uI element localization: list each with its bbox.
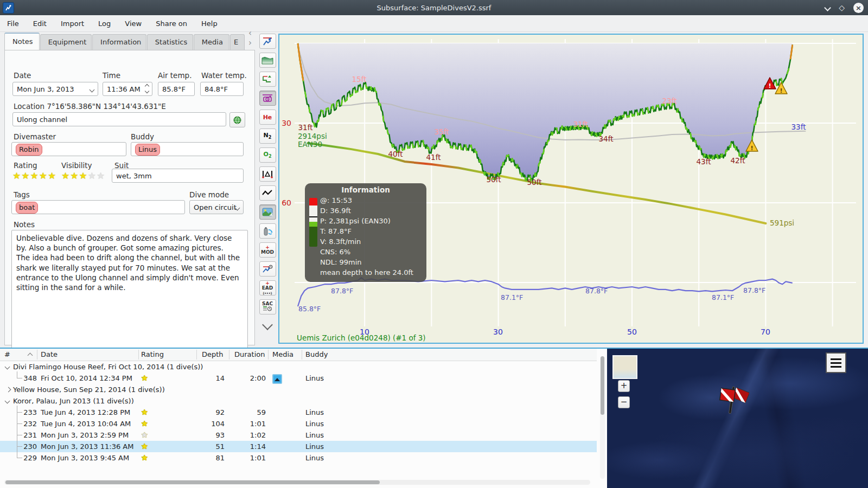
rating-stars[interactable]: ★★★★★ (12, 170, 56, 181)
menu-item-edit[interactable]: Edit (26, 17, 54, 30)
ead-button[interactable]: + EAD (•••) (259, 280, 276, 296)
dive-site-map[interactable]: + − (607, 349, 868, 488)
dive-trip-row[interactable]: Divi Flamingo House Reef, Fri Oct 10, 20… (0, 361, 597, 373)
map-zoom-in-button[interactable]: + (618, 380, 630, 392)
sac-rate-button[interactable]: SAC (259, 299, 276, 314)
tab-e[interactable]: E (230, 34, 245, 50)
geolocation-button[interactable] (229, 112, 245, 127)
dive-list-header[interactable]: #DateRatingDepthDurationMediaBuddy (0, 349, 597, 361)
tags-input[interactable]: boat (11, 200, 185, 214)
map-zoom-out-button[interactable]: − (618, 396, 630, 408)
tank-bar-button[interactable] (259, 223, 276, 239)
dive-date: Mon Jun 3, 2013 11:36 AM (41, 441, 133, 452)
helium-button[interactable]: He (259, 110, 276, 125)
dive-row[interactable]: 348Fri Oct 10, 2014 12:34 PM★★★★★142:00L… (0, 373, 597, 384)
vertical-scrollbar[interactable] (600, 356, 605, 479)
globe-icon (233, 116, 241, 124)
visibility-stars[interactable]: ★★★★★ (61, 170, 105, 181)
dive-trip-row[interactable]: Koror, Palau, Jun 2013 (11 dive(s)) (0, 395, 597, 407)
tab-media[interactable]: Media (194, 34, 229, 50)
dive-buddy: Linus (305, 429, 324, 441)
oxygen-button[interactable]: O2 (259, 147, 276, 163)
tab-information[interactable]: Information (92, 34, 146, 50)
dive-number: 348 (16, 373, 37, 384)
media-icon[interactable] (272, 374, 282, 384)
tab-notes[interactable]: Notes (4, 33, 40, 50)
dive-row[interactable]: 230Mon Jun 3, 2013 11:36 AM★★★★★511:14Li… (0, 441, 597, 452)
close-icon[interactable]: × (853, 3, 864, 13)
dive-computer-button[interactable] (259, 34, 276, 49)
tab-statistics[interactable]: Statistics (147, 34, 193, 50)
air-temp-value: 85.8°F (162, 85, 186, 93)
tab-bar: NotesEquipmentInformationStatisticsMedia… (4, 34, 269, 50)
column-header-depth[interactable]: Depth (202, 350, 224, 358)
water-temp-field[interactable]: 84.8°F (200, 82, 244, 96)
column-header-duration[interactable]: Duration (234, 350, 265, 358)
dive-info-panel: NotesEquipmentInformationStatisticsMedia… (4, 34, 255, 345)
svg-text:!: ! (750, 145, 753, 152)
column-header-buddy[interactable]: Buddy (305, 350, 328, 358)
mod-button[interactable]: + MOD (259, 242, 276, 258)
maximize-icon[interactable]: ◇ (839, 4, 845, 11)
map-menu-button[interactable] (826, 352, 846, 373)
dive-depth: 81 (197, 452, 225, 464)
divemaster-label: Divemaster (14, 132, 56, 141)
dc-ceiling-button[interactable] (259, 91, 276, 106)
menu-item-share-on[interactable]: Share on (149, 17, 194, 30)
water-gradient-button[interactable] (259, 53, 276, 68)
dive-row[interactable]: 233Tue Jun 4, 2013 12:28 PM★★★★★9259Linu… (0, 407, 597, 418)
air-temp-field[interactable]: 85.8°F (158, 82, 195, 96)
notes-textarea[interactable]: Unbelievable dive. Dozens and dozens of … (11, 230, 248, 356)
dive-row[interactable]: 229Mon Jun 3, 2013 9:45 AM★★★★★811:01Lin… (0, 452, 597, 464)
minimize-icon[interactable] (825, 4, 830, 11)
dive-row[interactable]: 232Tue Jun 4, 2013 10:04 AM★★★★★1041:01L… (0, 418, 597, 429)
date-combobox[interactable]: Mon Jun 3, 2013 (12, 82, 98, 96)
picture-profile-button[interactable] (259, 72, 276, 87)
column-header-rating[interactable]: Rating (141, 350, 164, 358)
menu-item-log[interactable]: Log (91, 17, 118, 30)
menu-item-import[interactable]: Import (54, 17, 91, 30)
time-spinbox[interactable]: 11:36 AM (103, 82, 152, 96)
sac-label: SAC (262, 301, 273, 306)
location-input[interactable]: Ulong channel (12, 112, 226, 126)
chart-label: 43ft (697, 157, 711, 166)
vscroll-thumb[interactable] (601, 356, 604, 415)
menu-item-view[interactable]: View (118, 17, 149, 30)
time-spinner-icon[interactable] (145, 85, 149, 93)
map-overview-thumbnail[interactable] (612, 355, 637, 379)
star-filled-icon: ★ (79, 170, 88, 181)
tab-equipment[interactable]: Equipment (40, 34, 92, 50)
star-filled-icon: ★ (141, 407, 148, 418)
dive-flag-marker[interactable] (717, 383, 749, 417)
star-filled-icon: ★ (141, 452, 148, 464)
hscroll-thumb[interactable] (5, 480, 380, 484)
heart-rate-button[interactable] (259, 185, 276, 201)
show-photos-button[interactable] (259, 204, 276, 220)
dive-profile-chart[interactable]: 30601030507031ft2914psiEAN3015ft40ft41ft… (278, 34, 864, 344)
suit-input[interactable]: wet, 3mm (112, 169, 244, 183)
photos-icon (261, 207, 273, 217)
ruler-button[interactable] (259, 166, 276, 182)
dive-mode-combobox[interactable]: Open circuit (189, 200, 244, 214)
column-header-media[interactable]: Media (272, 350, 293, 358)
toolbar-scroll-down-button[interactable] (259, 318, 276, 333)
menu-item-help[interactable]: Help (194, 17, 225, 30)
expanded-caret-icon[interactable] (5, 399, 10, 404)
divemaster-chip: Robin (16, 144, 42, 156)
nitrogen-button[interactable]: N2 (259, 129, 276, 144)
dive-trip-row[interactable]: Yellow House, Sun Sep 21, 2014 (1 dive(s… (0, 384, 597, 395)
column-header-num[interactable]: # (4, 350, 10, 358)
column-header-date[interactable]: Date (41, 350, 58, 358)
expanded-caret-icon[interactable] (5, 364, 10, 370)
deco-time-button[interactable] (259, 261, 276, 277)
collapsed-caret-icon[interactable] (6, 387, 11, 393)
dive-row[interactable]: 231Mon Jun 3, 2013 2:59 PM★★★★★931:02Lin… (0, 429, 597, 441)
chevron-down-icon (262, 319, 273, 330)
menu-item-file[interactable]: File (0, 17, 26, 30)
chart-label: EAN30 (298, 140, 322, 149)
buddy-input[interactable]: Linus (131, 142, 244, 156)
divemaster-input[interactable]: Robin (11, 142, 126, 156)
rating-label: Rating (14, 161, 37, 170)
dive-date: Tue Jun 4, 2013 12:28 PM (41, 407, 130, 418)
horizontal-scrollbar[interactable] (4, 480, 590, 485)
